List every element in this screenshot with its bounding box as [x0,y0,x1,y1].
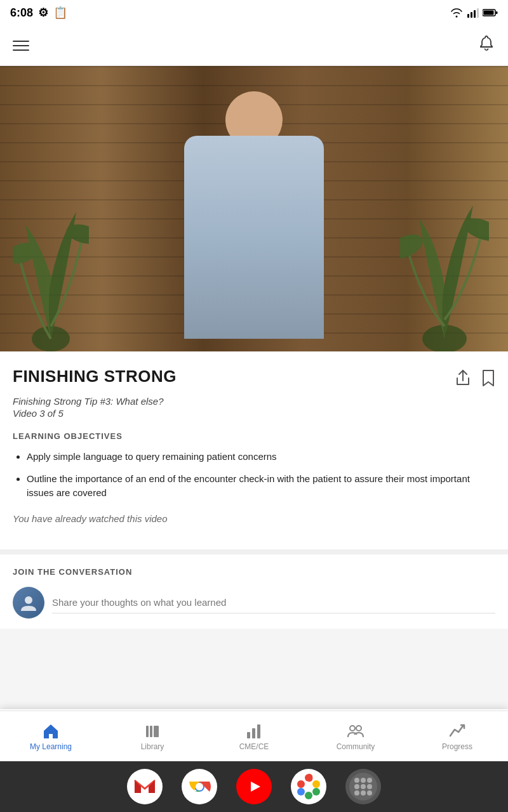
svg-rect-5 [496,11,498,14]
svg-point-31 [312,780,320,788]
status-left: 6:08 ⚙ 📋 [10,6,67,20]
svg-rect-2 [474,10,476,18]
svg-point-22 [356,726,361,731]
status-bar: 6:08 ⚙ 📋 [0,0,508,25]
comment-input[interactable] [52,592,495,613]
presenter-figure [159,85,349,351]
svg-point-42 [367,784,372,789]
svg-point-35 [297,780,305,788]
svg-point-38 [361,778,366,783]
photos-app[interactable] [291,769,326,804]
nav-label-cme: CME/CE [239,742,269,751]
nav-label-progress: Progress [442,742,472,751]
conversation-input-row [13,587,495,619]
svg-point-39 [367,778,372,783]
objective-item: Outline the importance of an end of the … [27,472,495,501]
watched-notice: You have already watched this video [13,513,495,524]
battery-icon [483,8,498,17]
video-subtitle: Finishing Strong Tip #3: What else? [13,396,495,407]
home-icon [42,722,60,740]
objectives-list: Apply simple language to query remaining… [13,450,495,501]
join-conversation-section: JOIN THE CONVERSATION [0,549,508,629]
join-heading: JOIN THE CONVERSATION [13,567,495,577]
objective-item: Apply simple language to query remaining… [27,450,495,464]
svg-rect-18 [247,732,250,738]
notifications-button[interactable] [478,34,495,56]
gmail-app[interactable] [127,769,163,804]
nav-item-cme[interactable]: CME/CE [203,717,305,756]
nav-item-progress[interactable]: Progress [406,717,508,756]
clipboard-icon: 📋 [53,6,67,20]
chart-icon [245,722,263,740]
video-title: FINISHING STRONG [13,367,177,386]
settings-icon: ⚙ [38,6,48,20]
svg-rect-20 [257,724,260,738]
top-nav [0,25,508,66]
svg-point-43 [354,790,359,796]
nav-label-library: Library [141,742,164,751]
video-count: Video 3 of 5 [13,408,495,419]
svg-point-41 [361,784,366,789]
community-icon [347,722,364,740]
progress-icon [448,722,466,740]
svg-point-26 [196,783,203,790]
nav-item-community[interactable]: Community [305,717,406,756]
status-right [450,8,498,18]
plant-right [400,148,489,351]
share-button[interactable] [455,369,471,391]
content-area: FINISHING STRONG Finishing Strong Tip #3… [0,351,508,549]
svg-rect-3 [477,8,479,18]
svg-rect-0 [467,14,469,18]
svg-point-21 [350,726,355,731]
nav-label-community: Community [337,742,375,751]
video-player[interactable] [0,66,508,351]
menu-button[interactable] [13,41,29,51]
svg-point-33 [305,792,312,799]
youtube-app[interactable] [236,769,272,804]
svg-point-34 [297,788,305,796]
svg-rect-16 [150,726,152,737]
svg-point-45 [367,790,372,796]
nav-item-library[interactable]: Library [102,717,203,756]
svg-point-30 [305,774,312,782]
wifi-icon [450,8,464,18]
svg-point-44 [361,790,366,796]
svg-rect-1 [471,12,472,18]
plant-left [13,161,89,351]
bookmark-button[interactable] [481,369,495,391]
chrome-app[interactable] [182,769,217,804]
time-display: 6:08 [10,6,33,20]
svg-rect-15 [146,726,149,737]
nav-label-learning: My Learning [30,742,72,751]
svg-rect-17 [154,726,159,737]
svg-rect-19 [252,728,255,738]
signal-icon [467,8,479,18]
library-icon [144,722,161,740]
svg-point-37 [354,778,359,783]
svg-point-40 [354,784,359,789]
android-dock [0,761,508,812]
user-avatar [13,587,44,619]
svg-point-32 [312,788,320,796]
svg-point-13 [25,596,32,604]
bottom-nav: My Learning Library CME/CE Community [0,710,508,761]
nav-item-learning[interactable]: My Learning [0,717,102,756]
objectives-heading: LEARNING OBJECTIVES [13,431,495,441]
more-apps-button[interactable] [345,769,381,804]
svg-rect-6 [484,11,494,15]
